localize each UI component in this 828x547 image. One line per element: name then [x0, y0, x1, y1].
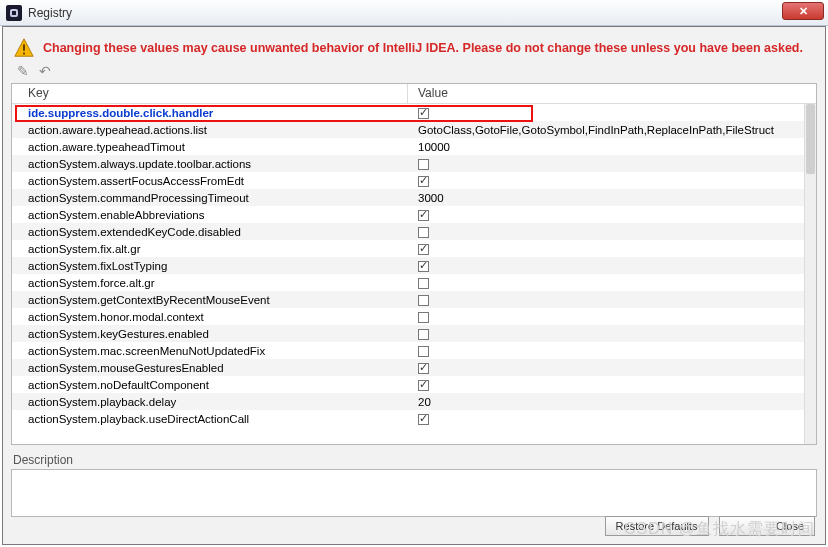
cell-key: actionSystem.noDefaultComponent	[12, 379, 408, 391]
undo-icon[interactable]: ↶	[39, 63, 51, 79]
cell-value[interactable]	[408, 225, 804, 237]
checkbox-icon[interactable]	[418, 261, 429, 272]
warning-icon	[13, 37, 35, 59]
cell-value[interactable]	[408, 412, 804, 424]
cell-key: actionSystem.playback.delay	[12, 396, 408, 408]
checkbox-icon[interactable]	[418, 329, 429, 340]
table-row[interactable]: actionSystem.force.alt.gr	[12, 274, 804, 291]
app-icon	[6, 5, 22, 21]
warning-banner: Changing these values may cause unwanted…	[11, 33, 817, 61]
cell-key: actionSystem.force.alt.gr	[12, 277, 408, 289]
table-row[interactable]: actionSystem.getContextByRecentMouseEven…	[12, 291, 804, 308]
close-icon: ✕	[799, 5, 808, 18]
cell-value[interactable]	[408, 208, 804, 220]
cell-value[interactable]	[408, 327, 804, 339]
cell-value[interactable]	[408, 157, 804, 169]
cell-value[interactable]	[408, 259, 804, 271]
cell-value[interactable]	[408, 276, 804, 288]
table-row[interactable]: actionSystem.mac.screenMenuNotUpdatedFix	[12, 342, 804, 359]
cell-value[interactable]	[408, 310, 804, 322]
titlebar: Registry ✕	[0, 0, 828, 26]
table-row[interactable]: actionSystem.fix.alt.gr	[12, 240, 804, 257]
checkbox-icon[interactable]	[418, 414, 429, 425]
restore-defaults-button[interactable]: Restore Defaults	[605, 516, 709, 536]
cell-key: actionSystem.playback.useDirectActionCal…	[12, 413, 408, 425]
table-row[interactable]: actionSystem.enableAbbreviations	[12, 206, 804, 223]
edit-icon[interactable]: ✎	[17, 63, 29, 79]
table-body: ide.suppress.double.click.handleraction.…	[12, 104, 804, 444]
cell-key: actionSystem.commandProcessingTimeout	[12, 192, 408, 204]
cell-key: actionSystem.assertFocusAccessFromEdt	[12, 175, 408, 187]
cell-key: actionSystem.enableAbbreviations	[12, 209, 408, 221]
close-window-button[interactable]: ✕	[782, 2, 824, 20]
table-row[interactable]: actionSystem.fixLostTyping	[12, 257, 804, 274]
table-row[interactable]: actionSystem.mouseGesturesEnabled	[12, 359, 804, 376]
cell-key: action.aware.typeahead.actions.list	[12, 124, 408, 136]
cell-value[interactable]	[408, 378, 804, 390]
cell-key: actionSystem.keyGestures.enabled	[12, 328, 408, 340]
checkbox-icon[interactable]	[418, 176, 429, 187]
cell-value[interactable]	[408, 361, 804, 373]
cell-value[interactable]	[408, 174, 804, 186]
vertical-scrollbar[interactable]	[804, 104, 816, 444]
cell-value[interactable]: 3000	[408, 192, 804, 204]
cell-key: actionSystem.fix.alt.gr	[12, 243, 408, 255]
cell-value[interactable]	[408, 293, 804, 305]
checkbox-icon[interactable]	[418, 210, 429, 221]
close-button[interactable]: Close	[719, 516, 815, 536]
cell-value[interactable]: 10000	[408, 141, 804, 153]
window-title: Registry	[28, 6, 72, 20]
table-row[interactable]: actionSystem.extendedKeyCode.disabled	[12, 223, 804, 240]
table-row[interactable]: actionSystem.always.update.toolbar.actio…	[12, 155, 804, 172]
svg-rect-1	[23, 53, 25, 55]
cell-key: actionSystem.extendedKeyCode.disabled	[12, 226, 408, 238]
table-row[interactable]: action.aware.typeaheadTimout10000	[12, 138, 804, 155]
table-row[interactable]: actionSystem.assertFocusAccessFromEdt	[12, 172, 804, 189]
cell-key: ide.suppress.double.click.handler	[12, 107, 408, 119]
cell-key: actionSystem.honor.modal.context	[12, 311, 408, 323]
cell-key: actionSystem.always.update.toolbar.actio…	[12, 158, 408, 170]
cell-key: actionSystem.fixLostTyping	[12, 260, 408, 272]
button-row: Restore Defaults Close	[599, 516, 815, 536]
cell-value[interactable]	[408, 106, 804, 118]
table-header: Key Value	[12, 84, 816, 104]
column-header-value[interactable]: Value	[408, 84, 816, 104]
table-row[interactable]: actionSystem.playback.useDirectActionCal…	[12, 410, 804, 427]
toolbar: ✎ ↶	[11, 61, 817, 83]
checkbox-icon[interactable]	[418, 363, 429, 374]
cell-value[interactable]	[408, 344, 804, 356]
checkbox-icon[interactable]	[418, 227, 429, 238]
checkbox-icon[interactable]	[418, 312, 429, 323]
cell-value[interactable]: 20	[408, 396, 804, 408]
checkbox-icon[interactable]	[418, 295, 429, 306]
warning-text: Changing these values may cause unwanted…	[43, 41, 803, 55]
cell-key: actionSystem.mac.screenMenuNotUpdatedFix	[12, 345, 408, 357]
table-row[interactable]: actionSystem.commandProcessingTimeout300…	[12, 189, 804, 206]
cell-key: actionSystem.getContextByRecentMouseEven…	[12, 294, 408, 306]
table-row[interactable]: ide.suppress.double.click.handler	[12, 104, 804, 121]
checkbox-icon[interactable]	[418, 108, 429, 119]
cell-key: action.aware.typeaheadTimout	[12, 141, 408, 153]
checkbox-icon[interactable]	[418, 244, 429, 255]
checkbox-icon[interactable]	[418, 159, 429, 170]
table-row[interactable]: actionSystem.playback.delay20	[12, 393, 804, 410]
svg-rect-0	[23, 44, 25, 50]
scrollbar-thumb[interactable]	[806, 104, 815, 174]
checkbox-icon[interactable]	[418, 380, 429, 391]
table-row[interactable]: actionSystem.noDefaultComponent	[12, 376, 804, 393]
description-box	[11, 469, 817, 517]
checkbox-icon[interactable]	[418, 346, 429, 357]
cell-value[interactable]: GotoClass,GotoFile,GotoSymbol,FindInPath…	[408, 124, 804, 136]
window-body: Changing these values may cause unwanted…	[2, 26, 826, 545]
cell-value[interactable]	[408, 242, 804, 254]
column-header-key[interactable]: Key	[12, 84, 408, 104]
table-row[interactable]: action.aware.typeahead.actions.listGotoC…	[12, 121, 804, 138]
cell-key: actionSystem.mouseGesturesEnabled	[12, 362, 408, 374]
table-row[interactable]: actionSystem.keyGestures.enabled	[12, 325, 804, 342]
registry-table: Key Value ide.suppress.double.click.hand…	[11, 83, 817, 445]
table-row[interactable]: actionSystem.honor.modal.context	[12, 308, 804, 325]
checkbox-icon[interactable]	[418, 278, 429, 289]
description-label: Description	[13, 453, 817, 467]
